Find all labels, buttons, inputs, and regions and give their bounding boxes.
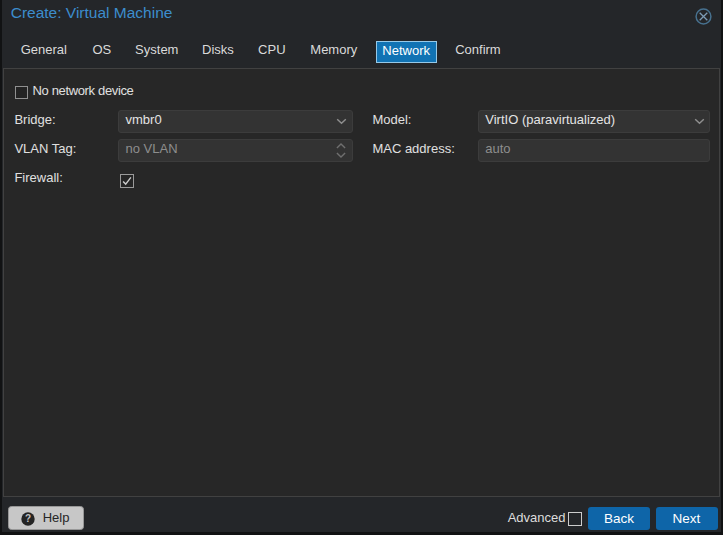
svg-text:?: ? <box>25 513 31 524</box>
